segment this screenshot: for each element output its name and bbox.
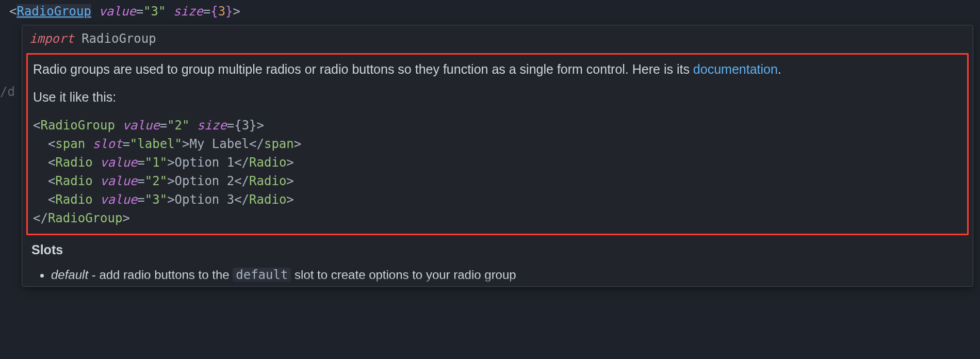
slots-list: default - add radio buttons to the defau… [31, 266, 963, 284]
example-line-3: <Radio value="1">Option 1</Radio> [33, 153, 962, 172]
example-line-2: <span slot="label">My Label</span> [33, 135, 962, 153]
angle-open: < [9, 4, 17, 19]
attr-size-name: size [173, 4, 203, 19]
angle-close: > [233, 4, 240, 19]
example-line-5: <Radio value="3">Option 3</Radio> [33, 190, 962, 209]
component-name[interactable]: RadioGroup [17, 4, 91, 19]
highlighted-region: Radio groups are used to group multiple … [26, 53, 969, 235]
attr-value-name: value [99, 4, 136, 19]
code-editor[interactable]: <RadioGroup value="3" size={3}> [0, 0, 980, 23]
slot-item-default: default - add radio buttons to the defau… [51, 266, 963, 284]
slot-code: default [233, 268, 291, 282]
description-text: Radio groups are used to group multiple … [33, 62, 693, 76]
attr-size-num: 3 [218, 4, 225, 19]
slots-section: Slots default - add radio buttons to the… [22, 240, 973, 287]
slot-name: default [51, 268, 88, 282]
import-module: RadioGroup [81, 31, 156, 46]
documentation-link[interactable]: documentation [693, 62, 778, 76]
code-line-1[interactable]: <RadioGroup value="3" size={3}> [9, 2, 971, 21]
attr-value-str: "3" [143, 4, 166, 19]
example-line-4: <Radio value="2">Option 2</Radio> [33, 172, 962, 190]
doc-description: Radio groups are used to group multiple … [33, 60, 962, 107]
tooltip-signature: import RadioGroup [22, 25, 973, 51]
import-keyword: import [29, 31, 74, 46]
use-like-label: Use it like this: [33, 88, 962, 106]
example-line-6: </RadioGroup> [33, 209, 962, 227]
example-line-1: <RadioGroup value="2" size={3}> [33, 116, 962, 135]
slots-heading: Slots [31, 240, 963, 260]
intellisense-tooltip[interactable]: import RadioGroup Radio groups are used … [22, 25, 973, 287]
example-code-block: <RadioGroup value="2" size={3}> <span sl… [33, 116, 962, 227]
gutter-fragment: /d [0, 83, 15, 101]
